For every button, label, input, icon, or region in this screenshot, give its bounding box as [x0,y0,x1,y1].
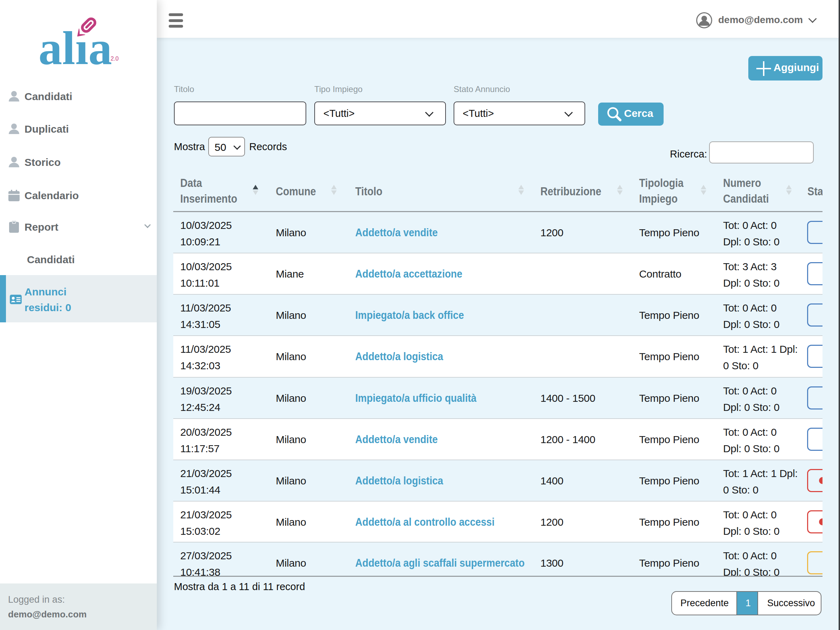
svg-text:alıa: alıa [38,22,112,70]
svg-text:2.0: 2.0 [111,55,118,62]
